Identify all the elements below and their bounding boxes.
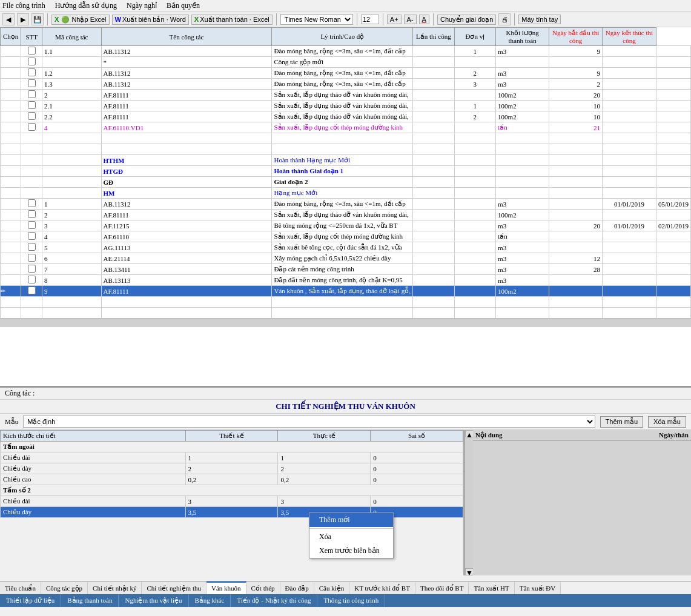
top-table-area[interactable]: Chọn STT Mã công tác Tên công tác Lý trì… [0, 27, 691, 387]
table-row[interactable]: 1AB.11312Đào móng băng, rộng <=3m, sâu <… [1, 199, 691, 210]
export-word-button[interactable]: W Xuất biên bản · Word [112, 15, 189, 25]
checkbox-cell[interactable] [21, 286, 42, 297]
tab-đào-đắp[interactable]: Đào đắp [280, 581, 314, 594]
checkbox-cell[interactable] [21, 111, 42, 122]
checkbox-cell[interactable] [21, 155, 42, 166]
scroll-down[interactable]: ▼ [465, 568, 474, 575]
table-row[interactable]: 1.3AB.11312Đào móng băng, rộng <=3m, sâu… [1, 79, 691, 90]
checkbox-cell[interactable] [21, 101, 42, 111]
scroll-up[interactable]: ▲ [465, 430, 474, 437]
import-excel-button[interactable]: X 🟢 Nhập Excel [51, 15, 110, 25]
context-menu-item-1[interactable]: Xóa [309, 530, 393, 544]
tab-tân-xuất-đv[interactable]: Tân xuất ĐV [515, 581, 561, 594]
checkbox-cell[interactable] [21, 133, 42, 144]
table-row[interactable]: 8AB.13113Đắp đất nền móng công trình, độ… [1, 275, 691, 286]
table-row[interactable] [1, 308, 691, 319]
checkbox-cell[interactable] [21, 253, 42, 264]
table-row[interactable]: 7AB.13411Đắp cát nền móng công trìnhm328 [1, 264, 691, 275]
save-button[interactable]: 💾 [31, 13, 44, 25]
checkbox-cell[interactable] [21, 46, 42, 57]
table-row[interactable]: 2.1AF.81111Sản xuất, lắp dụng tháo dỡ vá… [1, 101, 691, 111]
menu-banquyen[interactable]: Bản quyền [167, 1, 200, 10]
tab-tiêu-chuẩn[interactable]: Tiêu chuẩn [0, 581, 41, 594]
font-color-button[interactable]: A [419, 15, 429, 24]
tab-công-tác-gộp[interactable]: Công tác gộp [41, 581, 88, 594]
forward-button[interactable]: ▶ [17, 13, 29, 25]
detail-row[interactable]: Chiều dày220 [1, 463, 463, 474]
mau-select[interactable]: Mặc định [23, 416, 595, 428]
checkbox-cell[interactable] [21, 122, 42, 133]
table-row[interactable] [1, 144, 691, 155]
footer-tab-nghim-thu-vt-liu[interactable]: Nghiệm thu vật liệu [119, 594, 188, 607]
checkbox-cell[interactable] [21, 144, 42, 155]
checkbox-cell[interactable] [21, 79, 42, 90]
checkbox-cell[interactable] [21, 177, 42, 188]
menu-ngaynghi[interactable]: Ngày nghỉ [127, 1, 157, 10]
menu-file[interactable]: File công trình [2, 1, 45, 10]
back-button[interactable]: ◀ [2, 13, 15, 25]
table-row[interactable]: *Công tác gộp mới [1, 57, 691, 68]
table-row[interactable]: 2AF.81111Sản xuất, lắp dụng tháo dỡ ván … [1, 210, 691, 220]
detail-row[interactable]: Chiều dài110 [1, 452, 463, 463]
print-button[interactable]: 🖨 [498, 13, 511, 25]
footer-tab-bng-thanh-ton[interactable]: Bảng thanh toán [61, 594, 119, 607]
detail-row[interactable]: Chiều dài330 [1, 496, 463, 507]
checkbox-cell[interactable] [21, 242, 42, 253]
checkbox-cell[interactable] [21, 90, 42, 101]
font-decrease-button[interactable]: A- [404, 15, 417, 24]
table-row[interactable]: 4AF.61110.VD1Sản xuất, lắp dụng cốt thép… [1, 122, 691, 133]
tab-tân-xuất-ht[interactable]: Tân xuất HT [469, 581, 514, 594]
tab-chi-tiết-nghiệm-thu[interactable]: Chi tiết nghiệm thu [142, 581, 206, 594]
table-row[interactable]: 4AF.61110Sản xuất, lắp dụng cốt thép món… [1, 231, 691, 242]
checkbox-cell[interactable] [21, 264, 42, 275]
table-row[interactable]: 5AG.11113Sản xuất bê tông cọc, cột đúc s… [1, 242, 691, 253]
detail-row[interactable]: Tấm ngoài [1, 442, 463, 452]
font-size-input[interactable] [361, 15, 379, 24]
table-row[interactable]: 6AE.21114Xây móng gạch chỉ 6,5x10,5x22 c… [1, 253, 691, 264]
checkbox-cell[interactable] [21, 231, 42, 242]
export-excel-button[interactable]: X Xuất thanh toán · Excel [191, 15, 273, 25]
checkbox-cell[interactable] [21, 188, 42, 199]
table-row[interactable]: 1.1AB.11312Đào móng băng, rộng <=3m, sâu… [1, 46, 691, 57]
tab-theo-dõi-đổ-bt[interactable]: Theo dõi đổ BT [415, 581, 469, 594]
checkbox-cell[interactable] [21, 210, 42, 220]
footer-tab-thit-lp-d-liu[interactable]: Thiết lập dữ liệu [0, 594, 61, 607]
them-mau-button[interactable]: Thêm mẫu [600, 416, 643, 428]
table-row[interactable]: GĐGiai đoạn 2 [1, 177, 691, 188]
footer-tab-bng-khc[interactable]: Bảng khác [189, 594, 231, 607]
detail-row[interactable]: Tấm số 2 [1, 485, 463, 496]
checkbox-cell[interactable] [21, 220, 42, 231]
checkbox-cell[interactable] [21, 297, 42, 308]
table-row[interactable]: 1.2AB.11312Đào móng băng, rộng <=3m, sâu… [1, 68, 691, 79]
calculator-button[interactable]: Máy tính tay [518, 15, 561, 24]
font-family-select[interactable]: Times New Roman Arial [280, 14, 353, 25]
checkbox-cell[interactable] [21, 68, 42, 79]
table-row[interactable] [1, 297, 691, 308]
table-row[interactable] [1, 133, 691, 144]
detail-row[interactable]: Chiều cao0,20,20 [1, 474, 463, 485]
left-scrollbar[interactable]: ▲ ▼ [465, 430, 473, 575]
table-row[interactable]: 3AF.11215Bê tông móng rộng <=250cm đá 1x… [1, 220, 691, 231]
menu-huongdan[interactable]: Hướng dẫn sử dụng [55, 1, 117, 10]
table-row[interactable]: ✏9AF.81111Ván khuôn , Sản xuất, lắp dụng… [1, 286, 691, 297]
table-row[interactable]: HMHạng mục Mới [1, 188, 691, 199]
table-row[interactable]: HTGĐHoàn thành Giai đoạn 1 [1, 166, 691, 177]
checkbox-cell[interactable] [21, 275, 42, 286]
tab-chi-tiết-nhật-ký[interactable]: Chi tiết nhật ký [88, 581, 142, 594]
context-menu-item-0[interactable]: Thêm mới [309, 513, 393, 527]
switch-phase-button[interactable]: Chuyển giai đoạn [437, 15, 496, 25]
checkbox-cell[interactable] [21, 308, 42, 319]
horizontal-scrollbar[interactable] [0, 319, 691, 327]
table-row[interactable]: HTHMHoàn thành Hạng mục Mới [1, 155, 691, 166]
table-row[interactable]: 2AF.81111Sản xuất, lắp dụng tháo dỡ ván … [1, 90, 691, 101]
footer-tab-tin----nht-k-thi-cng[interactable]: Tiến độ - Nhật ký thi công [231, 594, 317, 607]
checkbox-cell[interactable] [21, 199, 42, 210]
tab-cốt-thép[interactable]: Cốt thép [246, 581, 280, 594]
footer-tab-thng-tin-cng-trnh[interactable]: Thông tin công trình [317, 594, 385, 607]
font-increase-button[interactable]: A+ [387, 15, 402, 24]
bottom-left-panel[interactable]: Kích thước chi tiết Thiết kế Thực tế Sai… [0, 430, 465, 575]
tab-kt-trước-khi-đổ-bt[interactable]: KT trước khi đổ BT [349, 581, 415, 594]
tab-câu-kiện[interactable]: Câu kiện [314, 581, 350, 594]
context-menu-item-2[interactable]: Xem trước biên bản [309, 544, 393, 558]
tab-ván-khuôn[interactable]: Ván khuôn [207, 581, 246, 594]
